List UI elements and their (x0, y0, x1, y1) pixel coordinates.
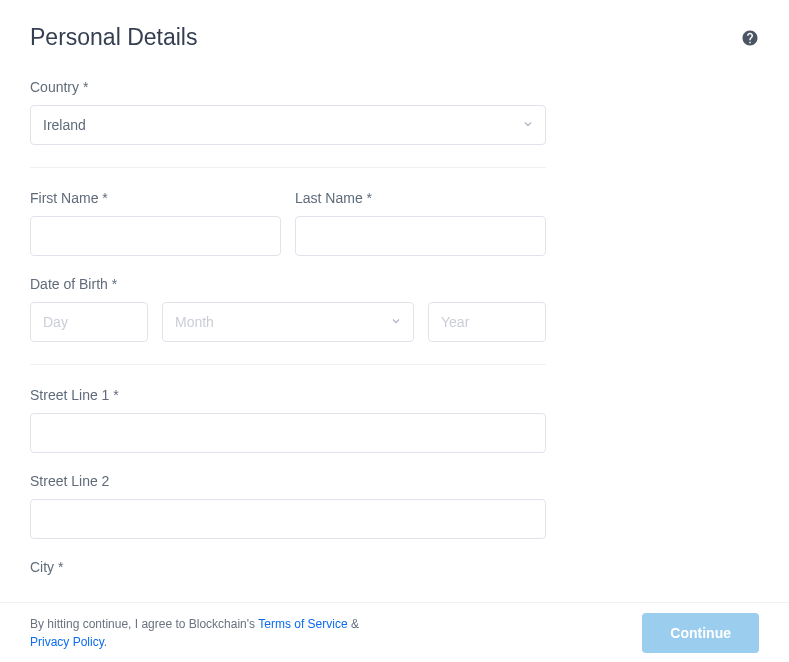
last-name-label: Last Name * (295, 190, 546, 206)
continue-button[interactable]: Continue (642, 613, 759, 653)
divider (30, 364, 546, 365)
street1-input[interactable] (30, 413, 546, 453)
dob-month-select[interactable]: Month (162, 302, 414, 342)
country-label: Country * (30, 79, 546, 95)
dob-year-input[interactable] (428, 302, 546, 342)
footer-amp: & (348, 617, 359, 631)
terms-of-service-link[interactable]: Terms of Service (258, 617, 347, 631)
first-name-label: First Name * (30, 190, 281, 206)
help-icon[interactable] (741, 29, 759, 47)
page-title: Personal Details (30, 24, 197, 51)
footer-period: . (104, 635, 107, 649)
last-name-input[interactable] (295, 216, 546, 256)
footer-text-prefix: By hitting continue, I agree to Blockcha… (30, 617, 258, 631)
street2-label: Street Line 2 (30, 473, 546, 489)
privacy-policy-link[interactable]: Privacy Policy (30, 635, 104, 649)
street2-input[interactable] (30, 499, 546, 539)
dob-label: Date of Birth * (30, 276, 546, 292)
divider (30, 167, 546, 168)
first-name-input[interactable] (30, 216, 281, 256)
country-select[interactable]: Ireland (30, 105, 546, 145)
street1-label: Street Line 1 * (30, 387, 546, 403)
dob-day-input[interactable] (30, 302, 148, 342)
footer: By hitting continue, I agree to Blockcha… (0, 602, 789, 662)
footer-disclaimer: By hitting continue, I agree to Blockcha… (30, 615, 359, 651)
city-label: City * (30, 559, 546, 575)
